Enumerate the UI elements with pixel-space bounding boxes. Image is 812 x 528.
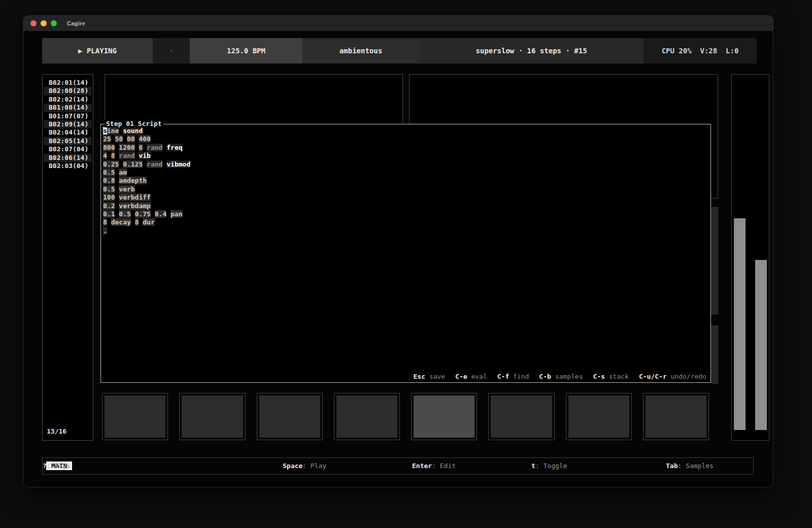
level-meter-bar <box>755 260 767 430</box>
step-box <box>414 395 475 438</box>
pattern-list-item[interactable]: B01:08(14) <box>44 104 92 112</box>
code-line: sine sound <box>103 127 710 135</box>
pattern-list-item[interactable]: B02:07(04) <box>44 145 92 153</box>
step-box <box>105 395 165 438</box>
code-token: vib <box>139 152 150 159</box>
code-line: 0.5 verb <box>103 185 710 193</box>
pattern-list-item[interactable]: B01:07(07) <box>44 112 92 120</box>
pattern-list-item[interactable]: B02:05(14) <box>44 137 92 145</box>
script-code[interactable]: sine sound25 50 00 400800 1200 6 rand fr… <box>101 124 710 235</box>
code-token: 0.25 <box>103 160 119 168</box>
code-token: verb <box>119 185 134 193</box>
code-token: 1200 <box>119 144 134 151</box>
step-box <box>182 395 243 438</box>
step-cell[interactable] <box>179 393 245 440</box>
pattern-list-item[interactable]: B02:09(14) <box>44 120 92 128</box>
app-content: ▶ PLAYING·125.0 BPMambientoussuperslow ·… <box>23 31 773 487</box>
keybar-hint: Tab: Samples <box>666 462 714 470</box>
code-cursor: s <box>103 127 107 135</box>
editor-hint: Esc save <box>413 373 445 380</box>
code-token: 8 <box>135 218 139 226</box>
statusbar-bpm[interactable]: 125.0 BPM <box>190 38 302 63</box>
code-token: amdepth <box>119 177 147 184</box>
step-cell[interactable] <box>257 393 323 440</box>
step-row <box>102 393 709 440</box>
step-cell[interactable] <box>643 393 709 440</box>
statusbar-scene[interactable]: ambientous <box>302 38 419 63</box>
code-token: 400 <box>139 135 150 143</box>
statusbar-pulse: · <box>153 38 190 63</box>
keybar-hint: Enter: Edit <box>412 462 456 470</box>
keybar: MAIN Space: PlayEnter: Editt: ToggleTab:… <box>42 457 754 475</box>
code-line: 4 8 rand vib <box>103 152 710 160</box>
keybar-hint: Space: Play <box>283 462 326 470</box>
code-line: 0.5 am <box>103 169 710 177</box>
keybar-hint: t: Toggle <box>531 462 567 470</box>
editor-title: Step 01 Script <box>105 120 163 127</box>
code-token: vibmod <box>166 160 190 168</box>
code-token: 6 <box>139 144 143 151</box>
code-token: 800 <box>103 144 115 151</box>
code-token: 8 <box>111 152 115 159</box>
editor-hint: C-e eval <box>455 373 487 380</box>
code-line: 25 50 00 400 <box>103 135 710 143</box>
code-token: rand <box>147 160 162 168</box>
step-box <box>336 395 397 438</box>
code-token: 00 <box>127 135 135 143</box>
step-box <box>568 395 629 438</box>
code-token: 4 <box>103 152 107 159</box>
pattern-list-item[interactable]: B02:06(14) <box>44 154 92 162</box>
step-cell[interactable] <box>411 393 477 440</box>
pattern-list-item[interactable]: B02:08(28) <box>44 87 92 95</box>
script-editor[interactable]: Step 01 Script sine sound25 50 00 400800… <box>100 124 711 383</box>
level-meter-bar <box>734 218 746 430</box>
code-token: 8 <box>103 218 107 226</box>
code-token: sound <box>123 127 143 135</box>
app-window: Cagire ▶ PLAYING·125.0 BPMambientoussupe… <box>23 15 773 487</box>
step-cell[interactable] <box>102 393 168 440</box>
pattern-list-item[interactable]: B02:01(14) <box>44 79 92 87</box>
code-token: verbdamp <box>119 202 151 210</box>
window-titlebar[interactable]: Cagire <box>23 16 773 31</box>
code-token: dur <box>143 218 154 226</box>
code-token: 25 <box>103 135 111 143</box>
editor-hint: C-s stack <box>593 373 628 380</box>
pattern-list-item[interactable]: B02:04(14) <box>44 128 92 137</box>
code-line: 0.2 verbdamp <box>103 202 710 210</box>
code-token: 50 <box>115 135 123 143</box>
step-cell[interactable] <box>488 393 554 440</box>
code-token: 0.4 <box>155 210 166 218</box>
code-token: 0.5 <box>119 210 130 218</box>
pattern-list-panel: B02:01(14)B02:08(28)B02:02(14)B01:08(14)… <box>42 74 93 441</box>
statusbar-pattern[interactable]: superslow · 16 steps · #15 <box>419 38 644 63</box>
statusbar-transport[interactable]: ▶ PLAYING <box>42 38 153 63</box>
code-token: 0.5 <box>103 169 115 176</box>
step-cell[interactable] <box>334 393 400 440</box>
level-meters-panel <box>731 74 769 441</box>
statusbar-stats: CPU 20% V:28 L:0 <box>644 38 757 63</box>
code-token: 0.8 <box>103 177 115 184</box>
code-line: . <box>103 227 710 235</box>
code-token: 0.1 <box>103 210 115 218</box>
stack-panel-edge <box>712 325 718 384</box>
code-token: rand <box>147 144 162 151</box>
pattern-counter: 13/16 <box>47 427 66 435</box>
keybar-hint: ?: Keys <box>43 462 71 470</box>
step-box <box>259 395 320 438</box>
code-token: 100 <box>103 193 115 201</box>
step-cell[interactable] <box>566 393 632 440</box>
status-bar: ▶ PLAYING·125.0 BPMambientoussuperslow ·… <box>42 38 757 63</box>
close-window-button[interactable] <box>30 20 37 26</box>
code-token: 0.75 <box>135 210 151 218</box>
minimize-window-button[interactable] <box>41 20 47 26</box>
maximize-window-button[interactable] <box>51 20 57 26</box>
pattern-list-item[interactable]: B02:03(04) <box>44 162 92 170</box>
code-line: 0.8 amdepth <box>103 177 710 185</box>
code-token: 0.2 <box>103 202 115 210</box>
stack-panel-edge <box>712 207 718 314</box>
code-line: 0.25 0.125 rand vibmod <box>103 160 710 169</box>
step-box <box>491 395 552 438</box>
pattern-list-item[interactable]: B02:02(14) <box>44 95 92 104</box>
code-token: am <box>119 169 127 176</box>
window-title: Cagire <box>67 20 85 26</box>
